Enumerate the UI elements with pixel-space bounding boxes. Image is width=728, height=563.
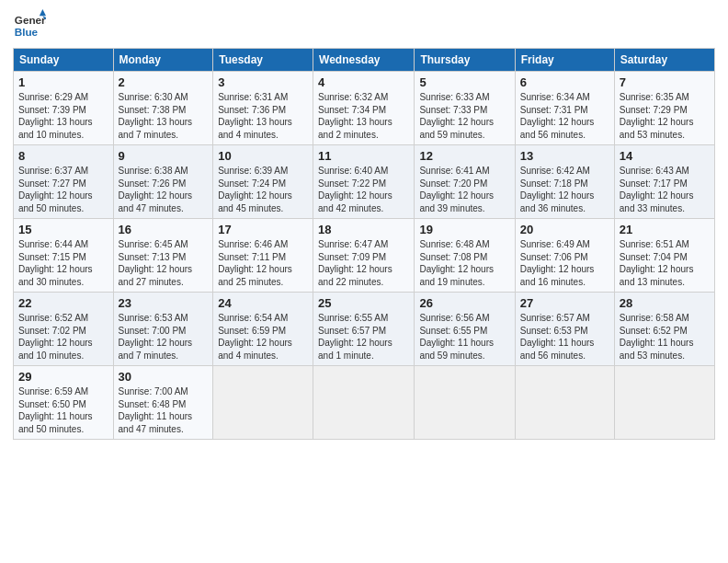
day-detail: Sunrise: 6:44 AM Sunset: 7:15 PM Dayligh… (18, 238, 108, 288)
calendar-cell: 7Sunrise: 6:35 AM Sunset: 7:29 PM Daylig… (614, 72, 714, 145)
day-number: 3 (218, 75, 308, 89)
day-number: 13 (520, 149, 609, 163)
day-detail: Sunrise: 6:46 AM Sunset: 7:11 PM Dayligh… (218, 238, 308, 288)
day-detail: Sunrise: 6:41 AM Sunset: 7:20 PM Dayligh… (419, 165, 509, 214)
calendar-cell (213, 366, 313, 440)
calendar-cell: 15Sunrise: 6:44 AM Sunset: 7:15 PM Dayli… (14, 219, 114, 293)
calendar-cell: 18Sunrise: 6:47 AM Sunset: 7:09 PM Dayli… (313, 219, 415, 293)
calendar-cell: 5Sunrise: 6:33 AM Sunset: 7:33 PM Daylig… (415, 72, 515, 145)
calendar-cell (614, 366, 714, 440)
calendar-cell: 21Sunrise: 6:51 AM Sunset: 7:04 PM Dayli… (614, 219, 714, 293)
day-number: 10 (218, 149, 308, 163)
calendar-cell: 30Sunrise: 7:00 AM Sunset: 6:48 PM Dayli… (113, 366, 213, 440)
calendar-cell: 20Sunrise: 6:49 AM Sunset: 7:06 PM Dayli… (515, 219, 614, 293)
calendar-cell: 24Sunrise: 6:54 AM Sunset: 6:59 PM Dayli… (213, 293, 313, 366)
calendar-cell: 28Sunrise: 6:58 AM Sunset: 6:52 PM Dayli… (614, 293, 714, 366)
day-number: 25 (318, 296, 409, 310)
day-number: 7 (620, 75, 710, 89)
day-detail: Sunrise: 6:53 AM Sunset: 7:00 PM Dayligh… (119, 312, 209, 362)
calendar-cell: 16Sunrise: 6:45 AM Sunset: 7:13 PM Dayli… (113, 219, 213, 293)
day-number: 17 (218, 223, 308, 236)
calendar-cell: 2Sunrise: 6:30 AM Sunset: 7:38 PM Daylig… (113, 72, 213, 145)
day-detail: Sunrise: 6:40 AM Sunset: 7:22 PM Dayligh… (318, 165, 409, 214)
day-detail: Sunrise: 7:00 AM Sunset: 6:48 PM Dayligh… (119, 385, 209, 435)
page-header: General Blue (13, 9, 715, 42)
day-number: 24 (218, 296, 308, 310)
day-detail: Sunrise: 6:33 AM Sunset: 7:33 PM Dayligh… (419, 91, 509, 141)
calendar-cell: 8Sunrise: 6:37 AM Sunset: 7:27 PM Daylig… (14, 145, 114, 219)
day-number: 23 (119, 296, 209, 310)
day-detail: Sunrise: 6:47 AM Sunset: 7:09 PM Dayligh… (318, 238, 409, 288)
dow-wednesday: Wednesday (313, 49, 415, 72)
day-detail: Sunrise: 6:54 AM Sunset: 6:59 PM Dayligh… (218, 312, 308, 362)
calendar-table: SundayMondayTuesdayWednesdayThursdayFrid… (13, 48, 715, 440)
day-detail: Sunrise: 6:59 AM Sunset: 6:50 PM Dayligh… (18, 385, 108, 435)
day-number: 28 (620, 296, 710, 310)
day-number: 19 (419, 223, 509, 236)
dow-monday: Monday (113, 49, 213, 72)
day-number: 4 (318, 75, 409, 89)
dow-tuesday: Tuesday (213, 49, 313, 72)
dow-sunday: Sunday (14, 49, 114, 72)
day-number: 8 (18, 149, 108, 163)
dow-friday: Friday (515, 49, 614, 72)
calendar-cell (515, 366, 614, 440)
calendar-cell: 27Sunrise: 6:57 AM Sunset: 6:53 PM Dayli… (515, 293, 614, 366)
calendar-cell: 4Sunrise: 6:32 AM Sunset: 7:34 PM Daylig… (313, 72, 415, 145)
day-detail: Sunrise: 6:32 AM Sunset: 7:34 PM Dayligh… (318, 91, 409, 141)
calendar-cell: 10Sunrise: 6:39 AM Sunset: 7:24 PM Dayli… (213, 145, 313, 219)
calendar-cell: 23Sunrise: 6:53 AM Sunset: 7:00 PM Dayli… (113, 293, 213, 366)
day-number: 27 (520, 296, 609, 310)
day-number: 20 (520, 223, 609, 236)
calendar-cell: 26Sunrise: 6:56 AM Sunset: 6:55 PM Dayli… (415, 293, 515, 366)
day-detail: Sunrise: 6:31 AM Sunset: 7:36 PM Dayligh… (218, 91, 308, 141)
calendar-cell: 12Sunrise: 6:41 AM Sunset: 7:20 PM Dayli… (415, 145, 515, 219)
calendar-cell: 13Sunrise: 6:42 AM Sunset: 7:18 PM Dayli… (515, 145, 614, 219)
day-detail: Sunrise: 6:29 AM Sunset: 7:39 PM Dayligh… (18, 91, 108, 141)
calendar-cell: 11Sunrise: 6:40 AM Sunset: 7:22 PM Dayli… (313, 145, 415, 219)
day-detail: Sunrise: 6:58 AM Sunset: 6:52 PM Dayligh… (620, 312, 710, 362)
day-number: 26 (419, 296, 509, 310)
calendar-cell: 25Sunrise: 6:55 AM Sunset: 6:57 PM Dayli… (313, 293, 415, 366)
logo: General Blue (13, 9, 48, 42)
day-number: 5 (419, 75, 509, 89)
day-detail: Sunrise: 6:30 AM Sunset: 7:38 PM Dayligh… (119, 91, 209, 141)
day-detail: Sunrise: 6:56 AM Sunset: 6:55 PM Dayligh… (419, 312, 509, 362)
calendar-cell: 1Sunrise: 6:29 AM Sunset: 7:39 PM Daylig… (14, 72, 114, 145)
day-detail: Sunrise: 6:52 AM Sunset: 7:02 PM Dayligh… (18, 312, 108, 362)
day-detail: Sunrise: 6:35 AM Sunset: 7:29 PM Dayligh… (620, 91, 710, 141)
day-number: 12 (419, 149, 509, 163)
day-number: 30 (119, 370, 209, 384)
day-detail: Sunrise: 6:34 AM Sunset: 7:31 PM Dayligh… (520, 91, 609, 141)
day-number: 11 (318, 149, 409, 163)
calendar-cell (415, 366, 515, 440)
svg-text:Blue: Blue (15, 26, 39, 38)
calendar-cell: 14Sunrise: 6:43 AM Sunset: 7:17 PM Dayli… (614, 145, 714, 219)
day-detail: Sunrise: 6:45 AM Sunset: 7:13 PM Dayligh… (119, 238, 209, 288)
day-number: 21 (620, 223, 710, 236)
day-number: 22 (18, 296, 108, 310)
day-detail: Sunrise: 6:39 AM Sunset: 7:24 PM Dayligh… (218, 165, 308, 214)
day-number: 14 (620, 149, 710, 163)
day-number: 18 (318, 223, 409, 236)
day-detail: Sunrise: 6:57 AM Sunset: 6:53 PM Dayligh… (520, 312, 609, 362)
day-number: 15 (18, 223, 108, 236)
calendar-cell: 22Sunrise: 6:52 AM Sunset: 7:02 PM Dayli… (14, 293, 114, 366)
day-detail: Sunrise: 6:42 AM Sunset: 7:18 PM Dayligh… (520, 165, 609, 214)
day-number: 6 (520, 75, 609, 89)
dow-saturday: Saturday (614, 49, 714, 72)
calendar-cell: 3Sunrise: 6:31 AM Sunset: 7:36 PM Daylig… (213, 72, 313, 145)
day-number: 2 (119, 75, 209, 89)
calendar-cell (313, 366, 415, 440)
dow-thursday: Thursday (415, 49, 515, 72)
day-detail: Sunrise: 6:55 AM Sunset: 6:57 PM Dayligh… (318, 312, 409, 362)
calendar-cell: 29Sunrise: 6:59 AM Sunset: 6:50 PM Dayli… (14, 366, 114, 440)
svg-marker-2 (40, 9, 46, 16)
day-detail: Sunrise: 6:37 AM Sunset: 7:27 PM Dayligh… (18, 165, 108, 214)
day-number: 16 (119, 223, 209, 236)
day-detail: Sunrise: 6:43 AM Sunset: 7:17 PM Dayligh… (620, 165, 710, 214)
day-number: 9 (119, 149, 209, 163)
day-number: 1 (18, 75, 108, 89)
day-detail: Sunrise: 6:38 AM Sunset: 7:26 PM Dayligh… (119, 165, 209, 214)
day-detail: Sunrise: 6:48 AM Sunset: 7:08 PM Dayligh… (419, 238, 509, 288)
